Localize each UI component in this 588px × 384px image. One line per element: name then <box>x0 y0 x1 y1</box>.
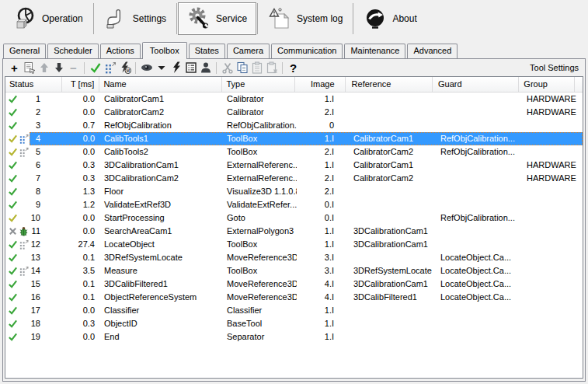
tab-maintenance[interactable]: Maintenance <box>344 44 405 58</box>
cell-name: 3DCalibFiltered1 <box>100 278 224 291</box>
dots-grid-icon <box>19 266 29 276</box>
table-row[interactable]: 11 0.0 SearchAreaCam1 ExternalPolygon3 1… <box>5 225 583 238</box>
cell-guard <box>435 317 522 330</box>
tab-communication[interactable]: Communication <box>271 44 343 58</box>
add-tool-button[interactable]: + <box>7 61 22 75</box>
cell-row-number: 3 <box>30 119 62 132</box>
table-row[interactable]: 6 0.3 3DCalibrationCam1 ExternalReferenc… <box>5 159 583 172</box>
table-row[interactable]: 2 0.0 CalibratorCam2 Calibrator 2.I HARD… <box>5 106 583 119</box>
visibility-button[interactable] <box>139 61 154 75</box>
settings-button[interactable]: Settings <box>95 2 176 35</box>
cell-reference <box>347 185 435 198</box>
cell-filler <box>578 225 583 238</box>
cut-button[interactable] <box>220 61 235 75</box>
cell-filler <box>578 198 583 211</box>
cell-filler <box>578 251 583 264</box>
cell-group <box>522 278 578 291</box>
help-button[interactable]: ? <box>286 61 301 75</box>
cell-reference <box>347 304 435 317</box>
execute-selection-button[interactable] <box>103 61 117 75</box>
cell-group: HARDWARE <box>522 159 578 172</box>
cell-guard: RefObjCalibration... <box>435 132 522 145</box>
green-check-icon <box>8 160 18 170</box>
cell-reference <box>347 211 435 225</box>
table-row[interactable]: 9 1.2 ValidateExtRef3D ValidateExtRefer.… <box>5 198 583 211</box>
tab-actions[interactable]: Actions <box>100 44 141 58</box>
table-row[interactable]: 4 0.0 CalibTools1 ToolBox 1.I Calibrator… <box>5 132 583 145</box>
cell-type: Visualize3D 1.1.0.8 <box>224 185 297 198</box>
eye-icon <box>141 61 153 74</box>
table-row[interactable]: 19 0.0 End Separator 1.I <box>5 330 583 344</box>
table-row[interactable]: 18 0.3 ObjectID BaseTool 1.I <box>5 317 583 330</box>
cell-row-number: 7 <box>30 172 62 185</box>
toolbar-separator <box>93 3 94 34</box>
move-up-button[interactable] <box>37 61 51 75</box>
cell-filler <box>578 330 583 344</box>
table-row[interactable]: 10 0.0 StartProcessing Goto 0.I RefObjCa… <box>5 211 583 225</box>
cell-name: CalibTools2 <box>100 145 224 159</box>
row-main: 3 0.7 RefObjCalibration RefObjCalibratio… <box>30 119 583 132</box>
table-row[interactable]: 17 0.0 Classifier Classifier 1.I <box>5 304 583 317</box>
visibility-dropdown-button[interactable] <box>154 61 169 75</box>
cell-reference <box>347 93 435 106</box>
column-header-group[interactable]: Group <box>519 77 575 92</box>
row-main: 14 3.5 Measure ToolBox 3.I 3DRefSystemLo… <box>30 264 583 278</box>
system-log-button[interactable]: System log <box>259 2 352 35</box>
service-button-label: Service <box>216 13 247 24</box>
copy-button[interactable] <box>235 61 249 75</box>
table-row[interactable]: 13 0.1 3DRefSystemLocate MoveReference3D… <box>5 251 583 264</box>
execute-button[interactable] <box>169 61 183 75</box>
user-button[interactable] <box>198 61 213 75</box>
row-main: 13 0.1 3DRefSystemLocate MoveReference3D… <box>30 251 583 264</box>
table-row[interactable]: 5 0.0 CalibTools2 ToolBox 2.I Calibrator… <box>5 145 583 159</box>
column-header-guard[interactable]: Guard <box>433 77 519 92</box>
tab-camera[interactable]: Camera <box>227 44 270 58</box>
cell-status-icons <box>5 238 30 251</box>
green-check-icon <box>8 292 18 302</box>
paste-button[interactable] <box>249 61 264 75</box>
column-header-name[interactable]: Name <box>99 77 222 92</box>
operation-button[interactable]: Operation <box>4 2 92 35</box>
report-button[interactable] <box>183 61 198 75</box>
table-row[interactable]: 8 1.3 Floor Visualize3D 1.1.0.8 2.I <box>5 185 583 198</box>
edit-tool-properties-button[interactable] <box>22 61 37 75</box>
tab-toolbox[interactable]: Toolbox <box>142 42 187 59</box>
tab-scheduler[interactable]: Scheduler <box>47 44 99 58</box>
about-button[interactable]: About <box>354 2 426 35</box>
table-row[interactable]: 12 27.4 LocateObject ToolBox 1.I 3DCalib… <box>5 238 583 251</box>
table-row[interactable]: 1 0.0 CalibratorCam1 Calibrator 1.I HARD… <box>5 93 583 106</box>
table-row[interactable]: 14 3.5 Measure ToolBox 3.I 3DRefSystemLo… <box>5 264 583 278</box>
report-icon <box>185 61 197 74</box>
table-row[interactable]: 16 0.1 ObjectReferenceSystem MoveReferen… <box>5 291 583 304</box>
tab-advanced[interactable]: Advanced <box>407 44 458 58</box>
column-header-status[interactable]: Status <box>5 77 62 92</box>
cell-reference: CalibratorCam2 <box>347 145 435 159</box>
column-header-reference[interactable]: Reference <box>346 77 433 92</box>
table-row[interactable]: 3 0.7 RefObjCalibration RefObjCalibratio… <box>5 119 583 132</box>
cell-group: HARDWARE <box>522 172 578 185</box>
execute-monitored-button[interactable]: M <box>117 61 132 75</box>
paste-special-button[interactable] <box>264 61 279 75</box>
remove-tool-button[interactable]: − <box>66 61 81 75</box>
move-down-button[interactable] <box>51 61 66 75</box>
cell-row-number: 1 <box>30 93 62 106</box>
table-row[interactable]: 15 0.1 3DCalibFiltered1 MoveReference3D … <box>5 278 583 291</box>
cell-row-number: 12 <box>30 238 62 251</box>
cell-filler <box>578 145 583 159</box>
column-header-t-ms[interactable]: T [ms] <box>62 77 100 92</box>
tab-states[interactable]: States <box>189 44 225 58</box>
row-main: 1 0.0 CalibratorCam1 Calibrator 1.I HARD… <box>30 93 583 106</box>
column-header-image[interactable]: Image <box>295 77 346 92</box>
tab-general[interactable]: General <box>3 44 46 58</box>
cell-filler <box>578 132 583 145</box>
cell-name: 3DRefSystemLocate <box>100 251 224 264</box>
table-header: Status T [ms] Name Type Image Reference … <box>5 77 583 93</box>
table-row[interactable]: 7 0.3 3DCalibrationCam2 ExternalReferenc… <box>5 172 583 185</box>
cell-reference <box>347 317 435 330</box>
column-header-type[interactable]: Type <box>222 77 294 92</box>
cell-name: 3DCalibrationCam1 <box>100 159 224 172</box>
cell-guard: LocateObject.Ca... <box>435 278 522 291</box>
cell-guard <box>435 198 522 211</box>
service-button[interactable]: Service <box>178 2 256 35</box>
execute-check-button[interactable] <box>88 61 103 75</box>
